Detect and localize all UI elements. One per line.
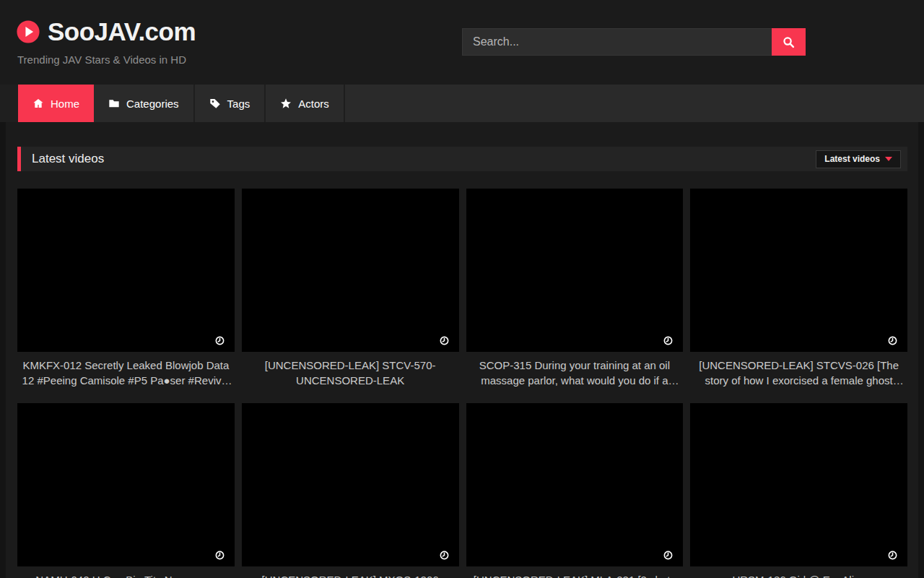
- video-thumbnail[interactable]: [242, 403, 459, 566]
- nav-item-tags[interactable]: Tags: [195, 85, 266, 122]
- search-button[interactable]: [772, 28, 806, 56]
- nav-item-actors[interactable]: Actors: [266, 85, 345, 122]
- site-header: SooJAV.com Trending JAV Stars & Videos i…: [0, 0, 924, 85]
- video-title[interactable]: NAMH-042 H Cup Big Tits Newcomer (170cm …: [17, 572, 235, 578]
- nav-label: Categories: [126, 98, 179, 110]
- video-title[interactable]: [UNCENSORED-LEAK] STCVS-026 [The story o…: [690, 358, 907, 388]
- site-title: SooJAV.com: [48, 17, 196, 46]
- nav-label: Actors: [298, 98, 329, 110]
- video-card[interactable]: SCOP-315 During your training at an oil …: [466, 189, 684, 388]
- clock-icon: [663, 336, 673, 345]
- logo-link[interactable]: SooJAV.com: [16, 17, 196, 46]
- video-card[interactable]: URSM-186 Girl @ Era Alice: [690, 403, 907, 578]
- nav-item-categories[interactable]: Categories: [94, 85, 195, 122]
- video-card[interactable]: NAMH-042 H Cup Big Tits Newcomer (170cm …: [17, 403, 235, 578]
- clock-icon: [663, 551, 673, 560]
- nav-item-home[interactable]: Home: [18, 85, 94, 122]
- video-title[interactable]: KMKFX-012 Secretly Leaked Blowjob Data 1…: [17, 358, 235, 388]
- nav-label: Tags: [227, 98, 250, 110]
- video-thumbnail[interactable]: [17, 189, 235, 352]
- video-thumbnail[interactable]: [466, 403, 684, 566]
- video-card[interactable]: KMKFX-012 Secretly Leaked Blowjob Data 1…: [17, 189, 235, 388]
- video-card[interactable]: [UNCENSORED-LEAK] MXGS-1206 Absolutely: [242, 403, 459, 578]
- clock-icon: [888, 551, 897, 560]
- video-title[interactable]: [UNCENSORED-LEAK] MLA-231 [3 shots in: [466, 572, 684, 578]
- video-thumbnail[interactable]: [466, 189, 684, 352]
- site-tagline: Trending JAV Stars & Videos in HD: [17, 53, 196, 66]
- search-form: [462, 28, 806, 56]
- video-grid: KMKFX-012 Secretly Leaked Blowjob Data 1…: [17, 189, 907, 578]
- clock-icon: [440, 551, 449, 560]
- clock-icon: [440, 336, 449, 345]
- video-thumbnail[interactable]: [17, 403, 235, 566]
- brand: SooJAV.com Trending JAV Stars & Videos i…: [16, 17, 196, 66]
- clock-icon: [215, 551, 225, 560]
- video-thumbnail[interactable]: [690, 403, 907, 566]
- folder-icon: [108, 98, 120, 109]
- video-card[interactable]: [UNCENSORED-LEAK] MLA-231 [3 shots in: [466, 403, 684, 578]
- video-title[interactable]: [UNCENSORED-LEAK] STCV-570-UNCENSORED-LE…: [242, 358, 459, 388]
- video-title[interactable]: URSM-186 Girl @ Era Alice: [690, 572, 907, 578]
- clock-icon: [888, 336, 897, 345]
- main-nav: Home Categories Tags Actors: [0, 85, 924, 122]
- play-circle-icon: [16, 20, 40, 44]
- video-card[interactable]: [UNCENSORED-LEAK] STCVS-026 [The story o…: [690, 189, 907, 388]
- clock-icon: [215, 336, 225, 345]
- video-thumbnail[interactable]: [690, 189, 907, 352]
- sort-dropdown-value: Latest videos: [824, 154, 880, 164]
- tag-icon: [209, 98, 221, 109]
- star-icon: [280, 98, 292, 109]
- video-title[interactable]: [UNCENSORED-LEAK] MXGS-1206 Absolutely: [242, 572, 459, 578]
- video-thumbnail[interactable]: [242, 189, 459, 352]
- video-title[interactable]: SCOP-315 During your training at an oil …: [466, 358, 684, 388]
- search-input[interactable]: [462, 28, 772, 56]
- search-icon: [783, 36, 795, 48]
- sort-dropdown[interactable]: Latest videos: [816, 150, 901, 168]
- nav-label: Home: [51, 98, 79, 110]
- home-icon: [32, 98, 44, 109]
- video-card[interactable]: [UNCENSORED-LEAK] STCV-570-UNCENSORED-LE…: [242, 189, 459, 388]
- content-area: Latest videos Latest videos KMKFX-012 Se…: [6, 122, 918, 578]
- caret-down-icon: [885, 157, 892, 161]
- section-header: Latest videos Latest videos: [17, 147, 907, 171]
- section-title: Latest videos: [21, 152, 104, 166]
